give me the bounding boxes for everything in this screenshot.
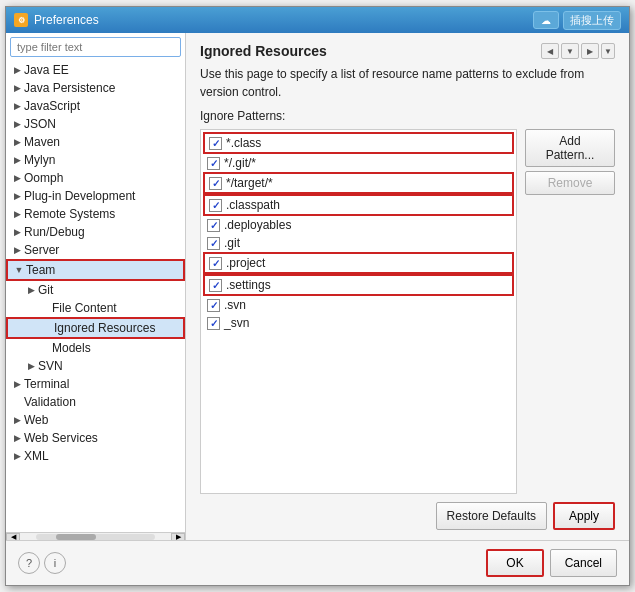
search-input[interactable] — [10, 37, 181, 57]
sidebar-item-mylyn[interactable]: ▶ Mylyn — [6, 151, 185, 169]
sidebar-item-label: Oomph — [24, 171, 63, 185]
pattern-item[interactable]: .settings — [203, 274, 514, 296]
sidebar-item-label: File Content — [52, 301, 117, 315]
sidebar-item-label: Java EE — [24, 63, 69, 77]
pattern-item[interactable]: *.class — [203, 132, 514, 154]
pattern-item[interactable]: .project — [203, 252, 514, 274]
sidebar-item-terminal[interactable]: ▶ Terminal — [6, 375, 185, 393]
sidebar-item-maven[interactable]: ▶ Maven — [6, 133, 185, 151]
section-label: Ignore Patterns: — [200, 109, 615, 123]
sidebar-item-label: Mylyn — [24, 153, 55, 167]
nav-forward-dropdown-button[interactable]: ▼ — [601, 43, 615, 59]
arrow-icon: ▶ — [24, 285, 38, 295]
pattern-checkbox[interactable] — [209, 177, 222, 190]
pattern-item[interactable]: .classpath — [203, 194, 514, 216]
sidebar-item-ignored-resources[interactable]: Ignored Resources — [6, 317, 185, 339]
horizontal-scrollbar[interactable]: ◀ ▶ — [6, 532, 185, 540]
sidebar-item-label: JSON — [24, 117, 56, 131]
sidebar-item-models[interactable]: Models — [6, 339, 185, 357]
cancel-button[interactable]: Cancel — [550, 549, 617, 577]
sidebar-item-validation[interactable]: Validation — [6, 393, 185, 411]
arrow-icon: ▶ — [10, 451, 24, 461]
sidebar-item-label: SVN — [38, 359, 63, 373]
sidebar-item-label: Ignored Resources — [54, 321, 155, 335]
info-icon[interactable]: i — [44, 552, 66, 574]
nav-back-button[interactable]: ◀ — [541, 43, 559, 59]
sidebar-item-label: Java Persistence — [24, 81, 115, 95]
sidebar-item-label: Plug-in Development — [24, 189, 135, 203]
sidebar-item-file-content[interactable]: File Content — [6, 299, 185, 317]
sidebar-item-label: Models — [52, 341, 91, 355]
pattern-checkbox[interactable] — [207, 219, 220, 232]
nav-dropdown-button[interactable]: ▼ — [561, 43, 579, 59]
panel-actions: Restore Defaults Apply — [200, 494, 615, 530]
pattern-label: _svn — [224, 316, 249, 330]
pattern-checkbox[interactable] — [209, 257, 222, 270]
pattern-checkbox[interactable] — [209, 199, 222, 212]
pattern-label: */.git/* — [224, 156, 256, 170]
pattern-label: *.class — [226, 136, 261, 150]
sidebar-item-label: XML — [24, 449, 49, 463]
pattern-checkbox[interactable] — [207, 157, 220, 170]
ok-button[interactable]: OK — [486, 549, 543, 577]
arrow-icon: ▶ — [24, 361, 38, 371]
pattern-checkbox[interactable] — [207, 237, 220, 250]
sidebar-item-label: Git — [38, 283, 53, 297]
pattern-checkbox[interactable] — [207, 317, 220, 330]
scroll-right-button[interactable]: ▶ — [171, 533, 185, 541]
preferences-dialog: ⚙ Preferences ☁ 插搜上传 ▶ Java EE ▶ Java Pe… — [5, 6, 630, 586]
pattern-label: .git — [224, 236, 240, 250]
sidebar-item-json[interactable]: ▶ JSON — [6, 115, 185, 133]
arrow-icon: ▶ — [10, 65, 24, 75]
tree-container: ▶ Java EE ▶ Java Persistence ▶ JavaScrip… — [6, 61, 185, 532]
arrow-icon: ▶ — [10, 83, 24, 93]
sidebar-item-git[interactable]: ▶ Git — [6, 281, 185, 299]
sidebar-item-label: Server — [24, 243, 59, 257]
sidebar-item-plugin-dev[interactable]: ▶ Plug-in Development — [6, 187, 185, 205]
sidebar-item-label: Remote Systems — [24, 207, 115, 221]
remove-button[interactable]: Remove — [525, 171, 615, 195]
cloud-icon: ☁ — [533, 11, 559, 29]
scrollbar-track — [36, 534, 155, 540]
arrow-icon: ▶ — [10, 379, 24, 389]
sidebar-item-remote-systems[interactable]: ▶ Remote Systems — [6, 205, 185, 223]
sidebar-item-oomph[interactable]: ▶ Oomph — [6, 169, 185, 187]
pattern-item[interactable]: .deployables — [203, 216, 514, 234]
sidebar-item-team[interactable]: ▼ Team — [6, 259, 185, 281]
nav-forward-button[interactable]: ▶ — [581, 43, 599, 59]
arrow-icon: ▶ — [10, 209, 24, 219]
scrollbar-thumb[interactable] — [56, 534, 96, 540]
pattern-label: .deployables — [224, 218, 291, 232]
pattern-item[interactable]: */target/* — [203, 172, 514, 194]
help-icon[interactable]: ? — [18, 552, 40, 574]
apply-button[interactable]: Apply — [553, 502, 615, 530]
sidebar-item-run-debug[interactable]: ▶ Run/Debug — [6, 223, 185, 241]
preferences-icon: ⚙ — [14, 13, 28, 27]
pattern-item[interactable]: _svn — [203, 314, 514, 332]
sidebar-item-svn[interactable]: ▶ SVN — [6, 357, 185, 375]
sidebar-item-java-ee[interactable]: ▶ Java EE — [6, 61, 185, 79]
restore-defaults-button[interactable]: Restore Defaults — [436, 502, 547, 530]
sidebar-item-server[interactable]: ▶ Server — [6, 241, 185, 259]
add-pattern-button[interactable]: Add Pattern... — [525, 129, 615, 167]
pattern-checkbox[interactable] — [209, 137, 222, 150]
pattern-item[interactable]: .git — [203, 234, 514, 252]
pattern-item[interactable]: .svn — [203, 296, 514, 314]
pattern-checkbox[interactable] — [207, 299, 220, 312]
pattern-checkbox[interactable] — [209, 279, 222, 292]
arrow-icon: ▶ — [10, 415, 24, 425]
pattern-item[interactable]: */.git/* — [203, 154, 514, 172]
pattern-label: */target/* — [226, 176, 273, 190]
pattern-buttons: Add Pattern... Remove — [525, 129, 615, 494]
scroll-left-button[interactable]: ◀ — [6, 533, 20, 541]
upload-button[interactable]: 插搜上传 — [563, 11, 621, 30]
sidebar-item-javascript[interactable]: ▶ JavaScript — [6, 97, 185, 115]
pattern-label: .project — [226, 256, 265, 270]
arrow-icon: ▶ — [10, 137, 24, 147]
sidebar-item-xml[interactable]: ▶ XML — [6, 447, 185, 465]
sidebar-item-web-services[interactable]: ▶ Web Services — [6, 429, 185, 447]
patterns-area: *.class */.git/* */target/* — [200, 129, 615, 494]
arrow-icon: ▶ — [10, 173, 24, 183]
sidebar-item-web[interactable]: ▶ Web — [6, 411, 185, 429]
sidebar-item-java-persistence[interactable]: ▶ Java Persistence — [6, 79, 185, 97]
